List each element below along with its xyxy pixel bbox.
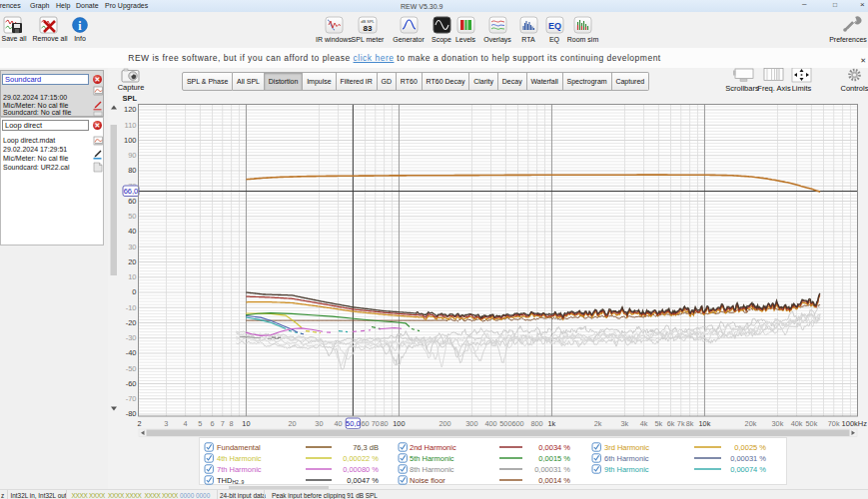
svg-text:SPL: SPL: [122, 94, 137, 103]
svg-text:-30: -30: [126, 333, 137, 342]
svg-text:0,0047 %: 0,0047 %: [347, 476, 379, 485]
svg-text:3rd Harmonic: 3rd Harmonic: [604, 443, 649, 452]
svg-text:9th Harmonic: 9th Harmonic: [604, 465, 649, 474]
svg-text:0,0034 %: 0,0034 %: [538, 443, 570, 452]
svg-text:120: 120: [124, 105, 137, 114]
svg-text:7th Harmonic: 7th Harmonic: [217, 465, 262, 474]
svg-text:40k: 40k: [791, 419, 803, 428]
svg-text:10k: 10k: [699, 419, 711, 428]
svg-text:0,00022 %: 0,00022 %: [343, 454, 379, 463]
svg-text:80: 80: [381, 419, 389, 428]
svg-text:8: 8: [230, 419, 234, 428]
svg-text:0,0025 %: 0,0025 %: [734, 443, 766, 452]
svg-text:0,0014 %: 0,0014 %: [538, 476, 570, 485]
svg-text:100kHz: 100kHz: [842, 419, 868, 428]
svg-text:0,00080 %: 0,00080 %: [343, 465, 379, 474]
svg-text:5k: 5k: [655, 419, 663, 428]
svg-text:30: 30: [315, 419, 323, 428]
svg-text:50,0: 50,0: [346, 419, 361, 428]
svg-text:200: 200: [438, 419, 450, 428]
svg-text:1k: 1k: [548, 419, 556, 428]
svg-text:5: 5: [198, 419, 202, 428]
svg-text:4k: 4k: [640, 419, 648, 428]
svg-text:4th Harmonic: 4th Harmonic: [217, 454, 262, 463]
svg-text:110: 110: [125, 121, 137, 130]
svg-text:66,0: 66,0: [124, 187, 139, 196]
svg-text:50: 50: [128, 212, 136, 221]
svg-text:20: 20: [288, 419, 296, 428]
svg-text:800: 800: [531, 419, 543, 428]
svg-text:2nd Harmonic: 2nd Harmonic: [410, 443, 456, 452]
svg-text:5th Harmonic: 5th Harmonic: [410, 454, 454, 463]
svg-text:-40: -40: [126, 348, 137, 357]
svg-text:6th Harmonic: 6th Harmonic: [604, 454, 649, 463]
svg-text:50k: 50k: [806, 419, 818, 428]
svg-text:6k: 6k: [667, 419, 675, 428]
svg-text:-10: -10: [126, 303, 137, 312]
svg-text:-60: -60: [126, 379, 137, 388]
svg-text:2: 2: [137, 419, 141, 428]
svg-text:600: 600: [511, 419, 523, 428]
svg-text:Noise floor: Noise floor: [410, 476, 445, 485]
svg-text:10: 10: [242, 419, 250, 428]
svg-text:2k: 2k: [594, 419, 602, 428]
svg-text:400: 400: [485, 419, 497, 428]
svg-text:3: 3: [164, 419, 168, 428]
svg-text:90: 90: [128, 151, 136, 160]
svg-text:Fundamental: Fundamental: [217, 443, 261, 452]
svg-text:-50: -50: [126, 364, 137, 373]
svg-text:60: 60: [128, 197, 136, 206]
svg-text:20: 20: [128, 257, 136, 266]
svg-text:10: 10: [128, 272, 136, 281]
svg-text:100: 100: [393, 419, 405, 428]
svg-text:60: 60: [361, 419, 369, 428]
svg-text:76,3 dB: 76,3 dB: [353, 443, 379, 452]
svg-text:500: 500: [499, 419, 511, 428]
svg-text:THDH2..9: THDH2..9: [217, 476, 245, 486]
svg-text:70: 70: [372, 419, 380, 428]
svg-text:8th Harmonic: 8th Harmonic: [410, 465, 454, 474]
svg-text:30: 30: [128, 243, 136, 251]
svg-text:80: 80: [128, 166, 136, 175]
svg-text:70k: 70k: [828, 419, 840, 428]
svg-text:30k: 30k: [772, 419, 784, 428]
svg-text:7: 7: [221, 419, 225, 428]
svg-text:100: 100: [124, 136, 137, 145]
svg-text:0: 0: [132, 287, 136, 296]
svg-text:-80: -80: [126, 409, 137, 418]
svg-text:40: 40: [128, 227, 136, 236]
svg-text:3k: 3k: [621, 419, 629, 428]
svg-text:4: 4: [184, 419, 188, 428]
svg-text:0,00074 %: 0,00074 %: [730, 465, 766, 474]
svg-text:-20: -20: [126, 318, 137, 327]
svg-text:0,0015 %: 0,0015 %: [538, 454, 570, 463]
svg-text:300: 300: [465, 419, 477, 428]
svg-text:7k: 7k: [677, 419, 685, 428]
svg-text:-70: -70: [126, 394, 137, 403]
svg-text:0,00031 %: 0,00031 %: [730, 454, 766, 463]
svg-text:8k: 8k: [686, 419, 694, 428]
svg-text:20k: 20k: [745, 419, 757, 428]
svg-text:0,00031 %: 0,00031 %: [534, 465, 570, 474]
svg-text:6: 6: [210, 419, 214, 428]
svg-text:40: 40: [335, 419, 343, 428]
